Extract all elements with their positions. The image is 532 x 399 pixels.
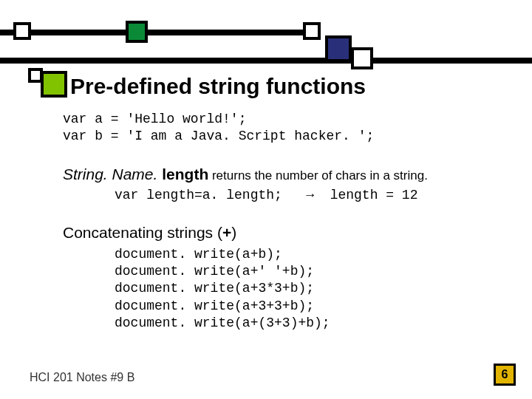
code-length-example: var length=a. length; → length = 12 <box>115 187 491 204</box>
decor-square <box>41 71 67 98</box>
concat-text-c: ) <box>231 224 236 241</box>
length-keyword: length <box>162 166 208 183</box>
concat-heading: Concatenating strings (+) <box>63 223 491 242</box>
code-concat-examples: document. write(a+b); document. write(a+… <box>115 246 491 332</box>
decor-square <box>325 35 352 62</box>
page-number: 6 <box>502 368 508 381</box>
concat-plus: + <box>222 224 231 241</box>
length-heading: String. Name. length returns the number … <box>63 165 491 184</box>
decor-square <box>351 47 373 69</box>
slide-title: Pre-defined string functions <box>70 74 366 99</box>
decor-square <box>126 21 148 43</box>
page-number-badge: 6 <box>494 364 516 386</box>
length-trail: returns the number of chars in a string. <box>208 168 428 183</box>
concat-text-a: Concatenating strings ( <box>63 224 222 241</box>
decor-square <box>13 22 31 40</box>
length-prefix: String. Name. <box>63 166 162 183</box>
footer-note: HCI 201 Notes #9 B <box>30 371 134 384</box>
code-block-declarations: var a = 'Hello world!'; var b = 'I am a … <box>63 111 491 146</box>
decor-square <box>303 22 321 40</box>
slide-content: var a = 'Hello world!'; var b = 'I am a … <box>63 111 491 332</box>
